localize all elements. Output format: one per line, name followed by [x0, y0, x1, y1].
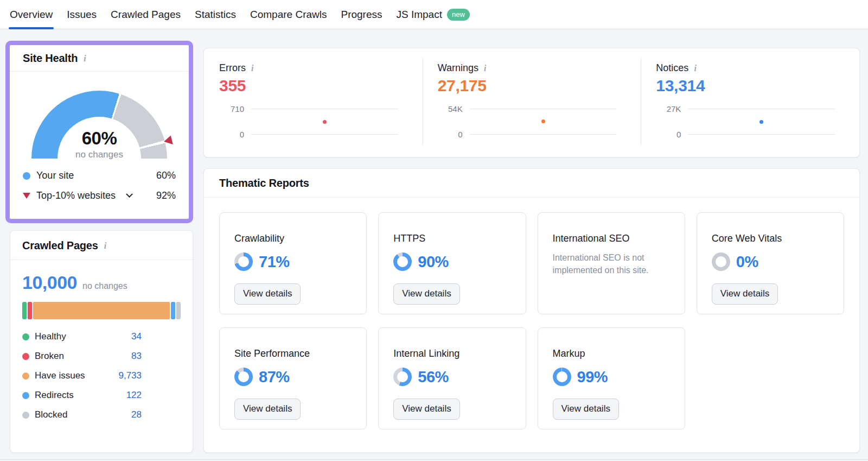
https-donut-icon — [393, 252, 412, 271]
errors-stat: Errors i 355 710 0 — [204, 48, 423, 157]
blocked-dot-icon — [22, 412, 29, 419]
core-web-vitals-view-details-button[interactable]: View details — [712, 283, 778, 305]
warnings-data-point[interactable] — [541, 119, 545, 123]
site-health-legend: Your site 60% Top-10% websites 92% — [10, 159, 189, 201]
crawled-pages-legend: Healthy 34 Broken 83 Have issues 9,733 R… — [22, 331, 142, 420]
crawled-pages-total: 10,000 — [22, 272, 77, 293]
warnings-info-icon[interactable]: i — [483, 64, 487, 73]
https-view-details-button[interactable]: View details — [393, 283, 459, 305]
card-core-web-vitals: Core Web Vitals 0% View details — [697, 212, 844, 314]
international-seo-message: International SEO is not implemented on … — [553, 251, 669, 276]
tab-compare-crawls-label: Compare Crawls — [250, 9, 327, 21]
card-markup: Markup 99% View details — [538, 327, 685, 430]
site-health-gauge: 60% no changes — [31, 91, 167, 159]
legend-row-have-issues: Have issues 9,733 — [22, 370, 142, 381]
internal-linking-title: Internal Linking — [393, 348, 510, 359]
healthy-count-link[interactable]: 34 — [131, 331, 142, 342]
core-web-vitals-donut-icon — [712, 252, 730, 271]
https-percent: 90% — [418, 253, 449, 271]
site-health-panel: Site Health i 60% no changes Your site — [10, 45, 189, 219]
site-performance-donut-icon — [234, 368, 253, 386]
notices-axis-max: 27K — [667, 104, 681, 113]
tab-issues[interactable]: Issues — [66, 0, 98, 29]
markup-title: Markup — [553, 348, 670, 359]
legend-row-top10: Top-10% websites 92% — [23, 190, 176, 201]
notices-info-icon[interactable]: i — [693, 64, 697, 73]
notices-trend-chart: 27K 0 — [656, 109, 835, 135]
redirects-count-link[interactable]: 122 — [126, 390, 142, 401]
errors-axis-min: 0 — [240, 130, 244, 139]
bar-segment-healthy[interactable] — [22, 302, 27, 319]
markup-view-details-button[interactable]: View details — [553, 399, 619, 420]
bar-segment-broken[interactable] — [28, 302, 32, 319]
your-site-dot-icon — [23, 172, 30, 180]
crawled-pages-info-icon[interactable]: i — [103, 242, 107, 250]
tab-statistics[interactable]: Statistics — [194, 0, 237, 29]
have-issues-count-link[interactable]: 9,733 — [118, 370, 142, 381]
notices-label: Notices — [656, 62, 688, 74]
tab-overview[interactable]: Overview — [9, 0, 54, 29]
legend-row-broken: Broken 83 — [22, 351, 142, 362]
site-health-info-icon[interactable]: i — [82, 54, 87, 63]
warnings-count[interactable]: 27,175 — [438, 77, 617, 95]
card-international-seo: International SEO International SEO is n… — [538, 212, 685, 314]
site-health-highlight: Site Health i 60% no changes Your site — [5, 41, 193, 223]
bar-segment-blocked[interactable] — [176, 302, 181, 319]
notices-count[interactable]: 13,314 — [656, 77, 835, 95]
healthy-dot-icon — [22, 333, 29, 340]
warnings-axis-max: 54K — [448, 104, 463, 113]
page-bottom-divider — [0, 459, 868, 460]
your-site-label: Your site — [36, 170, 74, 181]
tab-crawled-pages[interactable]: Crawled Pages — [110, 0, 182, 29]
notices-stat: Notices i 13,314 27K 0 — [641, 48, 859, 157]
core-web-vitals-title: Core Web Vitals — [712, 233, 829, 244]
have-issues-dot-icon — [22, 372, 29, 380]
crawlability-view-details-button[interactable]: View details — [234, 283, 301, 305]
legend-row-blocked: Blocked 28 — [22, 409, 142, 420]
crawled-pages-panel: Crawled Pages i 10,000 no changes Health… — [10, 230, 193, 453]
healthy-label: Healthy — [35, 331, 66, 342]
errors-data-point[interactable] — [323, 120, 327, 124]
notices-data-point[interactable] — [760, 120, 763, 124]
internal-linking-donut-icon — [393, 368, 412, 386]
crawled-pages-stacked-bar[interactable] — [22, 302, 181, 319]
broken-count-link[interactable]: 83 — [131, 351, 142, 362]
tab-js-impact-label: JS Impact — [397, 9, 442, 21]
new-badge: new — [447, 9, 470, 21]
warnings-stat: Warnings i 27,175 54K 0 — [423, 48, 641, 157]
warnings-trend-chart: 54K 0 — [438, 109, 617, 135]
card-internal-linking: Internal Linking 56% View details — [378, 327, 526, 430]
internal-linking-view-details-button[interactable]: View details — [393, 399, 459, 420]
redirects-dot-icon — [22, 392, 29, 399]
have-issues-label: Have issues — [35, 370, 85, 381]
crawlability-percent: 71% — [259, 253, 290, 271]
errors-label: Errors — [219, 62, 246, 74]
issues-summary-panel: Errors i 355 710 0 Warnings i 27,175 — [203, 48, 860, 157]
site-audit-overview-page: Overview Issues Crawled Pages Statistics… — [0, 0, 868, 461]
top10-value: 92% — [156, 190, 176, 201]
crawled-pages-title: Crawled Pages — [22, 239, 98, 252]
top10-dropdown-chevron-icon[interactable] — [126, 191, 133, 198]
broken-dot-icon — [22, 353, 29, 360]
tab-issues-label: Issues — [67, 9, 97, 21]
top10-label: Top-10% websites — [36, 190, 116, 201]
notices-axis-min: 0 — [676, 130, 681, 139]
errors-count[interactable]: 355 — [219, 77, 398, 95]
site-performance-view-details-button[interactable]: View details — [234, 399, 301, 420]
site-health-title: Site Health — [23, 52, 78, 65]
bar-segment-redirects[interactable] — [171, 302, 175, 319]
warnings-axis-min: 0 — [458, 130, 462, 139]
tab-statistics-label: Statistics — [195, 9, 236, 21]
tab-progress[interactable]: Progress — [340, 0, 383, 29]
bar-segment-have-issues[interactable] — [33, 302, 170, 319]
legend-row-your-site: Your site 60% — [23, 170, 176, 181]
card-site-performance: Site Performance 87% View details — [219, 327, 367, 430]
tab-compare-crawls[interactable]: Compare Crawls — [249, 0, 328, 29]
tab-js-impact[interactable]: JS Impact new — [395, 0, 471, 29]
benchmark-marker-icon — [163, 135, 173, 146]
errors-info-icon[interactable]: i — [250, 64, 254, 73]
crawlability-title: Crawlability — [234, 233, 352, 244]
top10-triangle-icon — [23, 193, 30, 199]
site-health-delta: no changes — [31, 149, 167, 160]
blocked-count-link[interactable]: 28 — [131, 409, 142, 420]
